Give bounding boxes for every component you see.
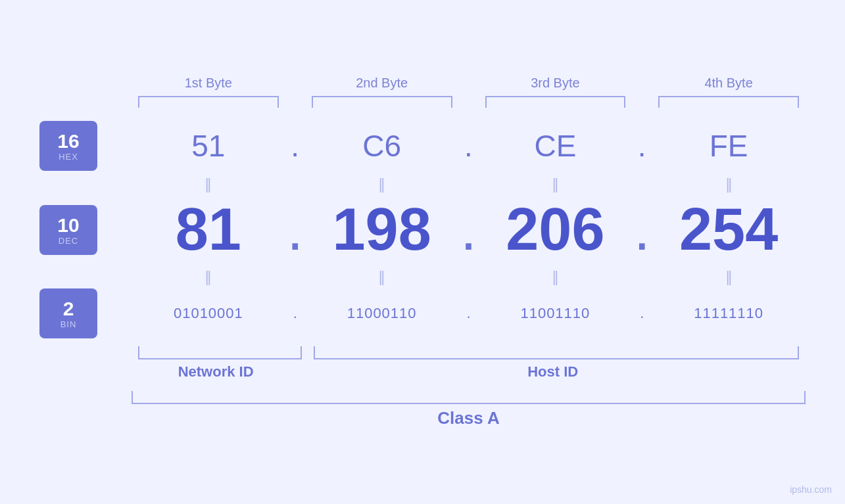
bin-dot-2: . (459, 305, 479, 322)
eq-sym-4: ‖ (652, 177, 806, 192)
byte-header-4: 4th Byte (652, 76, 806, 91)
byte-header-1: 1st Byte (132, 76, 285, 91)
bracket-byte-2 (312, 96, 452, 108)
hex-values: 51 . C6 . CE . FE (132, 128, 806, 164)
class-bracket-row (39, 391, 806, 404)
dec-row: 10 DEC 81 . 198 . 206 . 254 (39, 196, 806, 263)
class-label-row: Class A (39, 408, 806, 428)
bin-values: 01010001 . 11000110 . 11001110 . 1111111… (132, 305, 806, 322)
bin-val-2: 11000110 (305, 305, 459, 322)
bin-badge-num: 2 (63, 298, 74, 319)
byte-header-2: 2nd Byte (305, 76, 459, 91)
hex-dot-2: . (459, 128, 479, 164)
hex-row: 16 HEX 51 . C6 . CE . FE (39, 121, 806, 171)
bin-badge-label: BIN (60, 319, 77, 329)
hex-dot-1: . (285, 128, 305, 164)
byte-headers-row: 1st Byte 2nd Byte 3rd Byte 4th Byte (39, 76, 806, 91)
hex-val-1: 51 (132, 128, 285, 164)
hex-val-3: CE (479, 128, 633, 164)
equals-row-1: ‖ ‖ ‖ ‖ (39, 177, 806, 192)
eq-sym-6: ‖ (305, 270, 459, 285)
host-bracket (314, 346, 799, 359)
network-host-labels-row: Network ID Host ID (39, 363, 806, 380)
eq-sym-1: ‖ (132, 177, 285, 192)
dec-dot-1: . (285, 196, 305, 263)
class-a-label: Class A (132, 408, 806, 428)
eq-sym-2: ‖ (305, 177, 459, 192)
host-id-label: Host ID (300, 363, 806, 380)
byte-header-3: 3rd Byte (479, 76, 633, 91)
eq-sym-5: ‖ (132, 270, 285, 285)
main-container: 1st Byte 2nd Byte 3rd Byte 4th Byte 16 H… (0, 0, 845, 504)
hex-badge: 16 HEX (39, 121, 97, 171)
bin-badge: 2 BIN (39, 288, 97, 338)
bin-dot-1: . (285, 305, 305, 322)
bottom-brackets-row (39, 346, 806, 359)
bracket-byte-1 (138, 96, 279, 108)
eq-sym-8: ‖ (652, 270, 806, 285)
top-brackets-row (39, 96, 806, 108)
bin-dot-3: . (632, 305, 652, 322)
network-id-label: Network ID (132, 363, 300, 380)
hex-dot-3: . (632, 128, 652, 164)
bracket-byte-3 (485, 96, 626, 108)
hex-val-4: FE (652, 128, 806, 164)
hex-badge-label: HEX (59, 152, 78, 162)
network-bracket (138, 346, 302, 359)
dec-badge: 10 DEC (39, 205, 97, 255)
eq-sym-7: ‖ (479, 270, 633, 285)
bracket-byte-4 (658, 96, 799, 108)
equals-area-2: ‖ ‖ ‖ ‖ (132, 270, 806, 285)
watermark: ipshu.com (790, 484, 832, 495)
bin-val-1: 01010001 (132, 305, 285, 322)
bin-val-4: 11111110 (652, 305, 806, 322)
hex-val-2: C6 (305, 128, 459, 164)
equals-area-1: ‖ ‖ ‖ ‖ (132, 177, 806, 192)
dec-badge-label: DEC (59, 236, 78, 246)
hex-badge-num: 16 (57, 130, 79, 152)
dec-badge-num: 10 (57, 214, 79, 236)
dec-dot-2: . (459, 196, 479, 263)
bin-row: 2 BIN 01010001 . 11000110 . 11001110 . 1… (39, 288, 806, 338)
eq-sym-3: ‖ (479, 177, 633, 192)
dec-val-1: 81 (132, 196, 285, 263)
dec-dot-3: . (632, 196, 652, 263)
bin-val-3: 11001110 (479, 305, 633, 322)
dec-val-2: 198 (305, 196, 459, 263)
class-bracket (132, 391, 806, 404)
dec-val-4: 254 (652, 196, 806, 263)
dec-values: 81 . 198 . 206 . 254 (132, 196, 806, 263)
equals-row-2: ‖ ‖ ‖ ‖ (39, 270, 806, 285)
dec-val-3: 206 (479, 196, 633, 263)
